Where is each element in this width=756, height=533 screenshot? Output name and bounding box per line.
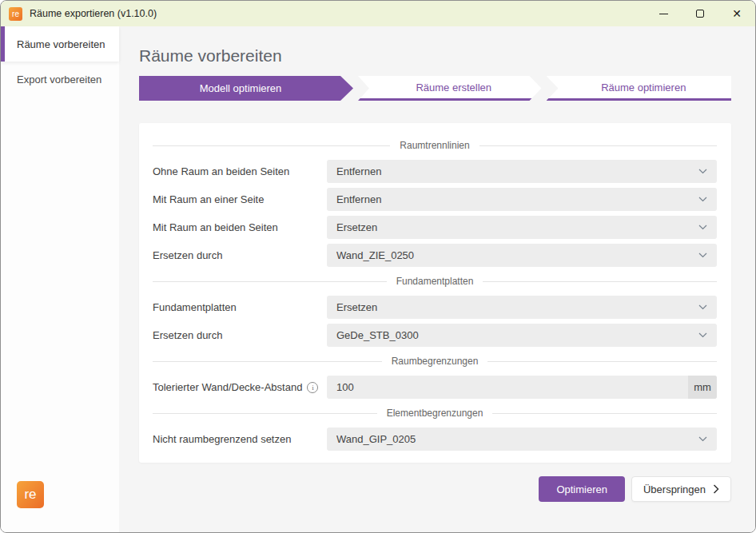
select-ohne-raum[interactable]: Entfernen: [327, 160, 717, 183]
form-row: Mit Raum an beiden Seiten Ersetzen: [153, 216, 717, 239]
unit-label: mm: [688, 376, 717, 399]
section-header-fundamentplatten: Fundamentplatten: [153, 273, 717, 289]
chevron-down-icon: [698, 253, 707, 258]
field-label: Mit Raum an beiden Seiten: [153, 221, 327, 233]
minimize-button[interactable]: [645, 1, 682, 26]
field-label: Fundamentplatten: [153, 301, 327, 313]
ueberspringen-label: Überspringen: [643, 483, 706, 495]
select-nicht-raumbegrenzend[interactable]: Wand_GIP_0205: [327, 428, 717, 451]
select-ersetzen-durch-trennlinien[interactable]: Wand_ZIE_0250: [327, 244, 717, 267]
chevron-down-icon: [698, 436, 707, 442]
section-header-elementbegrenzungen: Elementbegrenzungen: [153, 405, 717, 421]
select-value: Wand_ZIE_0250: [336, 249, 698, 261]
window-title: Räume exportieren (v1.10.0): [30, 8, 157, 19]
sidebar-item-raeume-vorbereiten[interactable]: Räume vorbereiten: [1, 26, 119, 62]
form-row: Ersetzen durch Wand_ZIE_0250: [153, 244, 717, 267]
chevron-down-icon: [698, 332, 707, 338]
section-title: Fundamentplatten: [396, 276, 474, 287]
close-button[interactable]: ✕: [718, 1, 755, 26]
optimieren-button[interactable]: Optimieren: [539, 476, 625, 502]
form-row: Ersetzen durch GeDe_STB_0300: [153, 324, 717, 347]
chevron-right-icon: [713, 484, 719, 494]
select-value: Ersetzen: [336, 301, 698, 313]
wizard-stepper: Modell optimieren Räume erstellen Räume …: [139, 76, 731, 101]
chevron-down-icon: [698, 197, 707, 202]
step-label: Modell optimieren: [200, 82, 282, 94]
info-icon[interactable]: i: [307, 382, 318, 393]
select-mit-raum-einer-seite[interactable]: Entfernen: [327, 188, 717, 211]
field-label: Ersetzen durch: [153, 329, 327, 341]
form-row: Ohne Raum an beiden Seiten Entfernen: [153, 160, 717, 183]
app-window: re Räume exportieren (v1.10.0) ✕ Räume v…: [0, 0, 756, 533]
field-label: Ersetzen durch: [153, 249, 327, 261]
field-label: Tolerierter Wand/Decke-Abstand i: [153, 381, 327, 393]
step-label: Räume erstellen: [416, 82, 491, 93]
field-label: Ohne Raum an beiden Seiten: [153, 165, 327, 177]
chevron-down-icon: [698, 225, 707, 230]
section-title: Raumbegrenzungen: [392, 356, 479, 367]
app-logo: re: [17, 481, 44, 508]
section-title: Elementbegrenzungen: [387, 408, 483, 419]
sidebar: Räume vorbereiten Export vorbereiten re: [1, 26, 119, 532]
step-raeume-erstellen[interactable]: Räume erstellen: [358, 76, 542, 101]
app-icon: re: [9, 7, 22, 21]
chevron-down-icon: [698, 169, 707, 174]
select-value: Ersetzen: [336, 221, 698, 233]
field-label: Mit Raum an einer Seite: [153, 193, 327, 205]
sidebar-item-export-vorbereiten[interactable]: Export vorbereiten: [1, 62, 119, 97]
settings-card: Raumtrennlinien Ohne Raum an beiden Seit…: [139, 123, 731, 463]
form-row: Nicht raumbegrenzend setzen Wand_GIP_020…: [153, 428, 717, 451]
ueberspringen-button[interactable]: Überspringen: [631, 476, 731, 502]
maximize-button[interactable]: [682, 1, 718, 26]
form-row: Tolerierter Wand/Decke-Abstand i mm: [153, 376, 717, 399]
titlebar: re Räume exportieren (v1.10.0) ✕: [1, 1, 755, 26]
sidebar-item-label: Räume vorbereiten: [17, 38, 105, 50]
field-label: Nicht raumbegrenzend setzen: [153, 433, 327, 445]
sidebar-item-label: Export vorbereiten: [17, 74, 101, 86]
select-value: Entfernen: [336, 193, 698, 205]
select-mit-raum-beiden-seiten[interactable]: Ersetzen: [327, 216, 717, 239]
step-modell-optimieren[interactable]: Modell optimieren: [139, 76, 353, 101]
section-header-raumtrennlinien: Raumtrennlinien: [153, 137, 717, 153]
section-header-raumbegrenzungen: Raumbegrenzungen: [153, 353, 717, 369]
select-value: Wand_GIP_0205: [336, 433, 698, 445]
form-row: Mit Raum an einer Seite Entfernen: [153, 188, 717, 211]
form-row: Fundamentplatten Ersetzen: [153, 296, 717, 319]
section-title: Raumtrennlinien: [400, 140, 469, 151]
select-value: Entfernen: [336, 165, 698, 177]
abstand-input-group: mm: [327, 376, 717, 399]
page-title: Räume vorbereiten: [139, 46, 731, 66]
minimize-icon: [659, 14, 668, 14]
main-content: Räume vorbereiten Modell optimieren Räum…: [119, 26, 755, 532]
select-ersetzen-durch-fundament[interactable]: GeDe_STB_0300: [327, 324, 717, 347]
close-icon: ✕: [732, 8, 742, 19]
maximize-icon: [696, 10, 704, 18]
chevron-down-icon: [698, 304, 707, 310]
abstand-input[interactable]: [327, 376, 688, 399]
footer-actions: Optimieren Überspringen: [139, 476, 731, 502]
step-label: Räume optimieren: [601, 82, 686, 93]
step-raeume-optimieren[interactable]: Räume optimieren: [547, 76, 732, 101]
select-value: GeDe_STB_0300: [336, 329, 698, 341]
select-fundamentplatten[interactable]: Ersetzen: [327, 296, 717, 319]
